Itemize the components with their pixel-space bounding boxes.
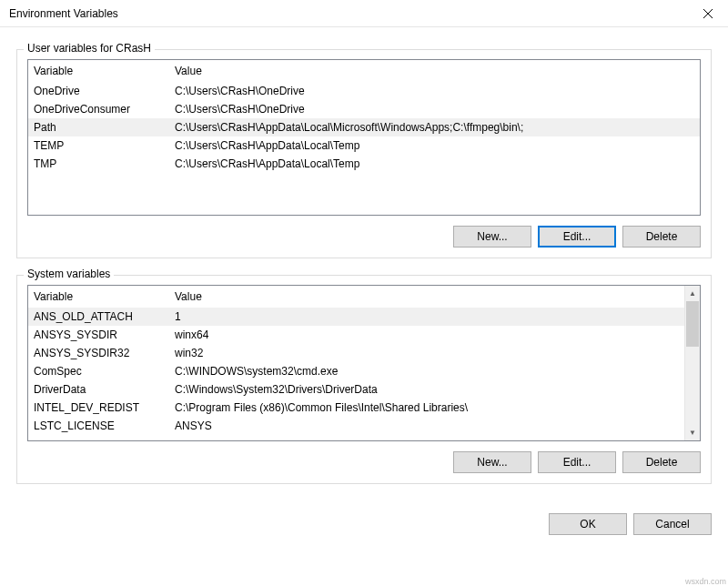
cell-value: C:\WINDOWS\system32\cmd.exe: [175, 365, 679, 378]
dialog-button-row: OK Cancel: [0, 513, 728, 535]
scrollbar[interactable]: ▲ ▼: [684, 286, 700, 440]
cell-variable: ANSYS_SYSDIR: [34, 328, 175, 341]
scroll-up-icon[interactable]: ▲: [685, 286, 700, 301]
cell-variable: INTEL_DEV_REDIST: [34, 401, 175, 414]
ok-button[interactable]: OK: [549, 513, 627, 535]
user-button-row: New... Edit... Delete: [27, 226, 701, 248]
column-header-variable[interactable]: Variable: [34, 290, 175, 303]
cell-variable: OneDriveConsumer: [34, 103, 175, 116]
delete-button[interactable]: Delete: [622, 226, 701, 248]
table-row[interactable]: LSTC_LICENSE ANSYS: [28, 417, 684, 435]
cell-variable: DriverData: [34, 383, 175, 396]
system-rows-viewport: ANS_OLD_ATTACH 1 ANSYS_SYSDIR winx64 ANS…: [28, 308, 684, 440]
close-icon: [703, 9, 713, 18]
table-row[interactable]: ANSYS_SYSDIR winx64: [28, 326, 684, 344]
cell-value: C:\Users\CRasH\AppData\Local\Microsoft\W…: [175, 121, 694, 134]
cell-value: C:\Windows\System32\Drivers\DriverData: [175, 383, 679, 396]
cell-value: C:\Users\CRasH\AppData\Local\Temp: [175, 157, 694, 170]
user-variables-group: User variables for CRasH Variable Value …: [16, 49, 712, 258]
system-variables-group: System variables Variable Value ANS_OLD_…: [16, 275, 712, 484]
cell-variable: ANS_OLD_ATTACH: [34, 310, 175, 323]
column-header-value[interactable]: Value: [175, 65, 694, 77]
table-row[interactable]: Path C:\Users\CRasH\AppData\Local\Micros…: [28, 118, 700, 136]
cell-value: C:\Users\CRasH\AppData\Local\Temp: [175, 139, 694, 152]
system-variables-label: System variables: [24, 268, 114, 280]
cell-value: winx64: [175, 328, 679, 341]
cell-value: C:\Users\CRasH\OneDrive: [175, 85, 694, 97]
cell-value: C:\Program Files (x86)\Common Files\Inte…: [175, 401, 679, 414]
table-header: Variable Value: [28, 286, 700, 308]
cell-value: win32: [175, 347, 679, 359]
titlebar: Environment Variables: [0, 0, 728, 27]
close-button[interactable]: [687, 0, 728, 27]
scroll-down-icon[interactable]: ▼: [685, 425, 700, 440]
table-row[interactable]: ANS_OLD_ATTACH 1: [28, 308, 684, 326]
table-row[interactable]: ANSYS_SYSDIR32 win32: [28, 344, 684, 362]
system-button-row: New... Edit... Delete: [27, 451, 701, 473]
cell-variable: OneDrive: [34, 85, 175, 97]
table-row[interactable]: ComSpec C:\WINDOWS\system32\cmd.exe: [28, 362, 684, 380]
table-row[interactable]: DriverData C:\Windows\System32\Drivers\D…: [28, 380, 684, 399]
user-variables-label: User variables for CRasH: [24, 42, 155, 55]
cell-variable: TEMP: [34, 139, 175, 152]
edit-button[interactable]: Edit...: [538, 226, 616, 248]
watermark: wsxdn.com: [685, 577, 726, 586]
column-header-value[interactable]: Value: [175, 290, 694, 303]
column-header-variable[interactable]: Variable: [34, 65, 175, 77]
window-title: Environment Variables: [9, 7, 118, 20]
table-row[interactable]: TEMP C:\Users\CRasH\AppData\Local\Temp: [28, 136, 700, 155]
new-button[interactable]: New...: [453, 226, 531, 248]
cell-value: ANSYS: [175, 419, 679, 432]
cell-variable: ComSpec: [34, 365, 175, 378]
table-row[interactable]: OneDriveConsumer C:\Users\CRasH\OneDrive: [28, 100, 700, 118]
table-header: Variable Value: [28, 60, 700, 82]
cell-variable: LSTC_LICENSE: [34, 419, 175, 432]
system-variables-table[interactable]: Variable Value ANS_OLD_ATTACH 1 ANSYS_SY…: [27, 285, 701, 441]
edit-button[interactable]: Edit...: [538, 451, 616, 473]
dialog-content: User variables for CRasH Variable Value …: [0, 27, 728, 508]
cancel-button[interactable]: Cancel: [633, 513, 712, 535]
delete-button[interactable]: Delete: [622, 451, 701, 473]
table-row[interactable]: OneDrive C:\Users\CRasH\OneDrive: [28, 82, 700, 100]
table-row[interactable]: TMP C:\Users\CRasH\AppData\Local\Temp: [28, 155, 700, 173]
user-variables-table[interactable]: Variable Value OneDrive C:\Users\CRasH\O…: [27, 59, 701, 216]
cell-variable: Path: [34, 121, 175, 134]
cell-value: 1: [175, 310, 679, 323]
new-button[interactable]: New...: [453, 451, 531, 473]
cell-value: C:\Users\CRasH\OneDrive: [175, 103, 694, 116]
cell-variable: TMP: [34, 157, 175, 170]
table-row[interactable]: INTEL_DEV_REDIST C:\Program Files (x86)\…: [28, 399, 684, 417]
scroll-thumb[interactable]: [686, 301, 699, 347]
cell-variable: ANSYS_SYSDIR32: [34, 347, 175, 359]
